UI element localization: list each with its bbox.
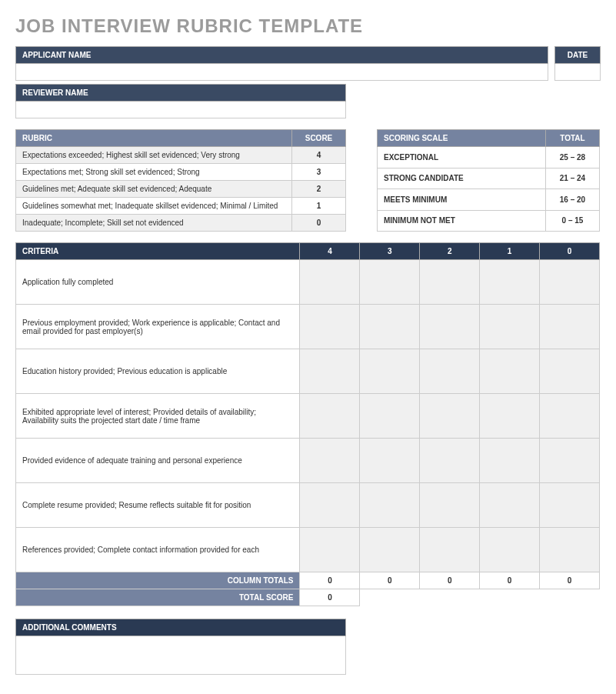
- score-input[interactable]: [420, 528, 480, 572]
- score-input[interactable]: [480, 483, 540, 528]
- total-score-row: TOTAL SCORE 0: [16, 589, 600, 606]
- criteria-table: CRITERIA 4 3 2 1 0 Application fully com…: [15, 242, 600, 606]
- score-input[interactable]: [420, 349, 480, 394]
- score-input[interactable]: [360, 439, 420, 483]
- score-input[interactable]: [300, 305, 360, 349]
- reviewer-name-input[interactable]: [15, 102, 346, 118]
- rubric-row: Guidelines met; Adequate skill set evide…: [16, 181, 346, 198]
- score-input[interactable]: [540, 483, 600, 528]
- criteria-col-3: 3: [360, 243, 420, 260]
- score-input[interactable]: [480, 349, 540, 394]
- reviewer-name-header: REVIEWER NAME: [15, 84, 346, 102]
- score-input[interactable]: [300, 394, 360, 439]
- applicant-name-input[interactable]: [15, 64, 548, 81]
- score-input[interactable]: [360, 528, 420, 572]
- score-input[interactable]: [480, 260, 540, 305]
- applicant-name-header: APPLICANT NAME: [15, 46, 548, 64]
- score-input[interactable]: [360, 305, 420, 349]
- score-input[interactable]: [360, 483, 420, 528]
- criteria-col-4: 4: [300, 243, 360, 260]
- page-title: JOB INTERVIEW RUBRIC TEMPLATE: [15, 15, 601, 37]
- scoring-scale-table: SCORING SCALE TOTAL EXCEPTIONAL25 – 28 S…: [377, 129, 600, 232]
- score-input[interactable]: [480, 394, 540, 439]
- criteria-row: Provided evidence of adequate training a…: [16, 439, 600, 483]
- rubric-row: Inadequate; Incomplete; Skill set not ev…: [16, 215, 346, 232]
- criteria-row: Exhibited appropriate level of interest;…: [16, 394, 600, 439]
- criteria-row: References provided; Complete contact in…: [16, 528, 600, 572]
- score-input[interactable]: [300, 483, 360, 528]
- score-input[interactable]: [480, 439, 540, 483]
- score-input[interactable]: [360, 260, 420, 305]
- score-input[interactable]: [540, 305, 600, 349]
- date-input[interactable]: [554, 64, 601, 81]
- score-input[interactable]: [300, 349, 360, 394]
- additional-comments-input[interactable]: [15, 636, 346, 675]
- score-input[interactable]: [420, 260, 480, 305]
- criteria-header: CRITERIA: [16, 243, 300, 260]
- score-input[interactable]: [540, 260, 600, 305]
- criteria-row: Application fully completed: [16, 260, 600, 305]
- rubric-row: Expectations exceeded; Highest skill set…: [16, 147, 346, 164]
- rubric-row: Expectations met; Strong skill set evide…: [16, 164, 346, 181]
- score-input[interactable]: [300, 528, 360, 572]
- scale-row: MEETS MINIMUM16 – 20: [378, 189, 600, 211]
- column-totals-row: COLUMN TOTALS 0 0 0 0 0: [16, 572, 600, 589]
- score-input[interactable]: [420, 305, 480, 349]
- criteria-col-1: 1: [480, 243, 540, 260]
- criteria-col-0: 0: [540, 243, 600, 260]
- scale-row: EXCEPTIONAL25 – 28: [378, 147, 600, 168]
- score-input[interactable]: [300, 260, 360, 305]
- score-input[interactable]: [480, 528, 540, 572]
- score-input[interactable]: [480, 305, 540, 349]
- criteria-col-2: 2: [420, 243, 480, 260]
- criteria-row: Previous employment provided; Work exper…: [16, 305, 600, 349]
- criteria-row: Education history provided; Previous edu…: [16, 349, 600, 394]
- score-input[interactable]: [360, 394, 420, 439]
- score-input[interactable]: [420, 394, 480, 439]
- rubric-row: Guidelines somewhat met; Inadequate skil…: [16, 198, 346, 215]
- date-header: DATE: [554, 46, 601, 64]
- score-input[interactable]: [540, 439, 600, 483]
- criteria-row: Complete resume provided; Resume reflect…: [16, 483, 600, 528]
- rubric-table: RUBRIC SCORE Expectations exceeded; High…: [15, 129, 346, 232]
- scoring-scale-header: SCORING SCALE: [378, 130, 546, 147]
- score-input[interactable]: [360, 349, 420, 394]
- total-header: TOTAL: [546, 130, 600, 147]
- additional-comments-header: ADDITIONAL COMMENTS: [15, 619, 346, 636]
- score-input[interactable]: [540, 394, 600, 439]
- score-input[interactable]: [300, 439, 360, 483]
- score-input[interactable]: [540, 349, 600, 394]
- score-header: SCORE: [292, 130, 346, 147]
- score-input[interactable]: [420, 439, 480, 483]
- score-input[interactable]: [420, 483, 480, 528]
- score-input[interactable]: [540, 528, 600, 572]
- rubric-header: RUBRIC: [16, 130, 292, 147]
- scale-row: MINIMUM NOT MET0 – 15: [378, 210, 600, 232]
- scale-row: STRONG CANDIDATE21 – 24: [378, 168, 600, 189]
